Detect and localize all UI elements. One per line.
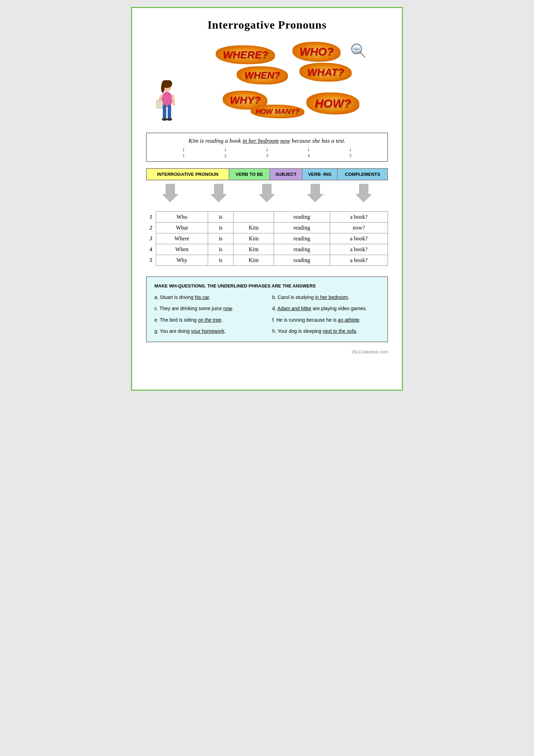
exercise-title: MAKE WH-QUESTIONS. THE UNDERLINED PHRASE… <box>154 283 380 289</box>
cell-complement: a book? <box>330 233 388 244</box>
cell-pronoun: When <box>156 244 208 255</box>
question-words-area: Take a look WHERE? WHO? WHEN? WHAT? WHY?… <box>146 38 388 129</box>
big-arrow-3 <box>259 184 275 204</box>
bubble-when: WHEN? <box>237 66 288 84</box>
cell-verb: is <box>208 233 234 244</box>
cell-pronoun: Who <box>156 212 208 223</box>
exercise-underlined: in her bedroom <box>315 294 348 300</box>
exercise-item: g. You are doing your homework. <box>154 327 262 335</box>
exercise-underlined: on the tree <box>198 317 221 323</box>
exercise-underlined: next to the sofa <box>323 328 356 334</box>
arrow-label-5: 5 <box>349 153 352 158</box>
svg-point-3 <box>161 92 173 107</box>
cell-pronoun: What <box>156 223 208 233</box>
exercise-item: b. Carol is studying in her bedroom. <box>272 293 380 301</box>
exercise-text-after: . <box>221 317 223 323</box>
svg-point-9 <box>167 118 172 121</box>
col-verbing: VERB -ING <box>302 169 337 180</box>
cell-complement: a book? <box>330 255 388 266</box>
bubble-howmany: HOW MANY? <box>251 105 304 118</box>
cell-complement: a book? <box>330 244 388 255</box>
cell-subject: Kim <box>234 244 274 255</box>
row-num: 4 <box>146 244 156 255</box>
col-complements: COMPLEMENTS <box>337 169 388 180</box>
cell-pronoun: Where <box>156 233 208 244</box>
col-subject: SUBJECT <box>270 169 302 180</box>
big-arrow-4 <box>307 184 323 204</box>
cell-pronoun: Why <box>156 255 208 266</box>
svg-point-2 <box>161 83 165 93</box>
cell-complement: now? <box>330 223 388 233</box>
svg-text:a look: a look <box>353 50 362 54</box>
table-row: 1 Who is reading a book? <box>146 212 388 223</box>
row-num: 2 <box>146 223 156 233</box>
page: Interrogative Pronouns <box>131 7 403 391</box>
footer: ISLCollective.com <box>146 349 388 354</box>
page-title: Interrogative Pronouns <box>146 18 388 31</box>
cell-verbing: reading <box>274 223 330 233</box>
row-num: 1 <box>146 212 156 223</box>
cell-verb: is <box>208 255 234 266</box>
arrow-5: ↓ 5 <box>349 146 352 158</box>
cell-verb: is <box>208 223 234 233</box>
sentence-box: Kim is reading a book in her bedroom now… <box>146 133 388 162</box>
table-row: 5 Why is Kim reading a book? <box>146 255 388 266</box>
row-num: 3 <box>146 233 156 244</box>
exercise-text-after: . <box>224 328 226 334</box>
arrow-1: ↓ 1 <box>182 146 185 158</box>
exercise-text-before: h. Your dog is sleeping <box>272 328 323 334</box>
magnifier-figure: Take a look <box>350 42 367 59</box>
exercise-text-before: g. You are doing <box>154 328 191 334</box>
cell-verb: is <box>208 212 234 223</box>
exercise-grid: a. Stuart is driving his car.b. Carol is… <box>154 293 380 335</box>
col-verbto: VERB TO BE <box>229 169 269 180</box>
arrow-3: ↓ 3 <box>265 146 268 158</box>
exercise-text-before: c. They are drinking some juice <box>154 306 223 311</box>
svg-marker-18 <box>211 184 227 202</box>
bubble-where: WHERE? <box>216 45 275 64</box>
table-row: 3 Where is Kim reading a book? <box>146 233 388 244</box>
girl-figure <box>153 80 181 126</box>
exercise-box: MAKE WH-QUESTIONS. THE UNDERLINED PHRASE… <box>146 276 388 342</box>
svg-line-5 <box>173 96 174 105</box>
table-row: 4 When is Kim reading a book? <box>146 244 388 255</box>
cell-subject: Kim <box>234 255 274 266</box>
row-num: 5 <box>146 255 156 266</box>
exercise-text-after: are playing video games. <box>311 306 367 311</box>
exercise-text-before: f. He is running because he is <box>272 317 338 323</box>
cell-verbing: reading <box>274 255 330 266</box>
arrow-4: ↓ 4 <box>307 146 310 158</box>
arrows-row: ↓ 1 ↓ 2 ↓ 3 ↓ 4 ↓ 5 <box>152 146 382 158</box>
exercise-text-after: . <box>356 328 358 334</box>
sentence-text: Kim is reading a book in her bedroom now… <box>152 137 382 144</box>
exercise-text-after: . <box>359 317 361 323</box>
arrow-label-1: 1 <box>183 153 185 158</box>
col-interrog: INTERROGATIVE PRONOUN <box>146 169 229 180</box>
exercise-item: f. He is running because he is an athlet… <box>272 316 380 324</box>
data-table: 1 Who is reading a book? 2 What is Kim r… <box>146 211 388 266</box>
exercise-text-after: . <box>232 306 233 311</box>
svg-marker-19 <box>259 184 275 202</box>
exercise-text-after: . <box>209 294 210 300</box>
big-arrow-1 <box>162 184 178 204</box>
big-arrow-2 <box>211 184 227 204</box>
bubble-who: WHO? <box>292 42 341 62</box>
exercise-text-before: b. Carol is studying <box>272 294 315 300</box>
cell-subject: Kim <box>234 233 274 244</box>
cell-verbing: reading <box>274 244 330 255</box>
exercise-underlined: an athlete <box>338 317 359 323</box>
exercise-underlined: his car <box>195 294 209 300</box>
exercise-underlined: your homework <box>191 328 224 334</box>
big-arrow-5 <box>356 184 372 204</box>
table-row: 2 What is Kim reading now? <box>146 223 388 233</box>
exercise-item: c. They are drinking some juice now. <box>154 305 262 312</box>
svg-marker-20 <box>307 184 323 202</box>
exercise-text-before: d. <box>272 306 277 311</box>
cell-verb: is <box>208 244 234 255</box>
svg-point-8 <box>162 118 167 121</box>
exercise-item: e. The bird is sitting on the tree. <box>154 316 262 324</box>
grammar-table-header: INTERROGATIVE PRONOUN VERB TO BE SUBJECT… <box>146 168 388 180</box>
exercise-item: a. Stuart is driving his car. <box>154 293 262 301</box>
cell-subject <box>234 212 274 223</box>
exercise-item: h. Your dog is sleeping next to the sofa… <box>272 327 380 335</box>
